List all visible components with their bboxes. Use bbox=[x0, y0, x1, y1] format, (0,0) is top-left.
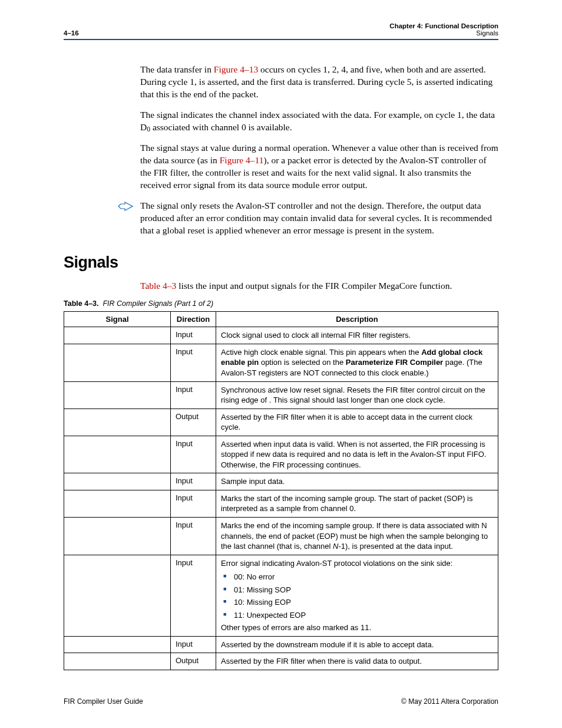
signal-cell bbox=[64, 344, 171, 381]
signal-cell bbox=[64, 436, 171, 473]
body-text-block: The data transfer in Figure 4–13 occurs … bbox=[140, 64, 498, 192]
direction-cell: Input bbox=[171, 636, 216, 653]
signal-cell bbox=[64, 490, 171, 517]
table-row: InputAsserted by the downstream module i… bbox=[64, 636, 498, 653]
table-ref-43[interactable]: Table 4–3 bbox=[140, 281, 176, 291]
list-item: 00: No error bbox=[221, 572, 493, 582]
signal-cell bbox=[64, 327, 171, 344]
description-cell: Asserted by the FIR filter when it is ab… bbox=[216, 409, 498, 436]
table-row: OutputAsserted by the FIR filter when it… bbox=[64, 409, 498, 436]
note-text: The signal only resets the Avalon-ST con… bbox=[140, 200, 498, 237]
direction-cell: Input bbox=[171, 490, 216, 517]
direction-cell: Input bbox=[171, 381, 216, 409]
list-item: 10: Missing EOP bbox=[221, 597, 493, 608]
table-row: InputSample input data. bbox=[64, 473, 498, 490]
direction-cell: Input bbox=[171, 517, 216, 555]
description-cell: Error signal indicating Avalon-ST protoc… bbox=[216, 555, 498, 636]
figure-ref-411[interactable]: Figure 4–11 bbox=[220, 155, 264, 165]
table-caption: Table 4–3. FIR Compiler Signals (Part 1 … bbox=[64, 299, 498, 308]
direction-cell: Input bbox=[171, 327, 216, 344]
table-row: InputActive high clock enable signal. Th… bbox=[64, 344, 498, 381]
description-cell: Asserted by the FIR filter when there is… bbox=[216, 653, 498, 670]
direction-cell: Output bbox=[171, 653, 216, 670]
page-header: 4–16 Chapter 4: Functional Description S… bbox=[64, 22, 498, 40]
direction-cell: Input bbox=[171, 436, 216, 473]
signal-cell bbox=[64, 517, 171, 555]
table-row: InputError signal indicating Avalon-ST p… bbox=[64, 555, 498, 636]
paragraph-1: The data transfer in Figure 4–13 occurs … bbox=[140, 64, 498, 101]
footer-left: FIR Compiler User Guide bbox=[64, 697, 143, 706]
col-description: Description bbox=[216, 312, 498, 327]
table-row: InputMarks the start of the incoming sam… bbox=[64, 490, 498, 517]
signal-cell bbox=[64, 555, 171, 636]
col-direction: Direction bbox=[171, 312, 216, 327]
signal-cell bbox=[64, 653, 171, 670]
description-cell: Asserted by the downstream module if it … bbox=[216, 636, 498, 653]
description-cell: Marks the start of the incoming sample g… bbox=[216, 490, 498, 517]
list-item: 11: Unexpected EOP bbox=[221, 610, 493, 621]
signals-table: Signal Direction Description InputClock … bbox=[64, 311, 498, 670]
list-item: 01: Missing SOP bbox=[221, 585, 493, 595]
signals-heading: Signals bbox=[64, 253, 498, 272]
description-cell: Active high clock enable signal. This pi… bbox=[216, 344, 498, 381]
signal-cell bbox=[64, 636, 171, 653]
table-intro: Table 4–3 lists the input and output sig… bbox=[140, 281, 498, 291]
direction-cell: Output bbox=[171, 409, 216, 436]
table-row: OutputAsserted by the FIR filter when th… bbox=[64, 653, 498, 670]
description-cell: Asserted when input data is valid. When … bbox=[216, 436, 498, 473]
direction-cell: Input bbox=[171, 473, 216, 490]
table-row: InputSynchronous active low reset signal… bbox=[64, 381, 498, 409]
table-row: InputAsserted when input data is valid. … bbox=[64, 436, 498, 473]
description-cell: Sample input data. bbox=[216, 473, 498, 490]
page-number: 4–16 bbox=[64, 29, 79, 37]
page-footer: FIR Compiler User Guide © May 2011 Alter… bbox=[64, 697, 498, 706]
description-cell: Synchronous active low reset signal. Res… bbox=[216, 381, 498, 409]
direction-cell: Input bbox=[171, 344, 216, 381]
signal-cell bbox=[64, 473, 171, 490]
footer-right: © May 2011 Altera Corporation bbox=[401, 697, 498, 706]
chapter-title: Chapter 4: Functional Description bbox=[389, 22, 498, 29]
table-row: InputClock signal used to clock all inte… bbox=[64, 327, 498, 344]
description-cell: Clock signal used to clock all internal … bbox=[216, 327, 498, 344]
figure-ref-413[interactable]: Figure 4–13 bbox=[214, 64, 258, 74]
note-hand-icon bbox=[118, 201, 133, 212]
note-block: The signal only resets the Avalon-ST con… bbox=[140, 200, 498, 237]
signal-cell bbox=[64, 409, 171, 436]
signal-cell bbox=[64, 381, 171, 409]
table-row: InputMarks the end of the incoming sampl… bbox=[64, 517, 498, 555]
col-signal: Signal bbox=[64, 312, 171, 327]
paragraph-2: The signal indicates the channel index a… bbox=[140, 109, 498, 134]
description-cell: Marks the end of the incoming sample gro… bbox=[216, 517, 498, 555]
paragraph-3: The signal stays at value during a norma… bbox=[140, 142, 498, 192]
direction-cell: Input bbox=[171, 555, 216, 636]
section-name: Signals bbox=[389, 29, 498, 37]
